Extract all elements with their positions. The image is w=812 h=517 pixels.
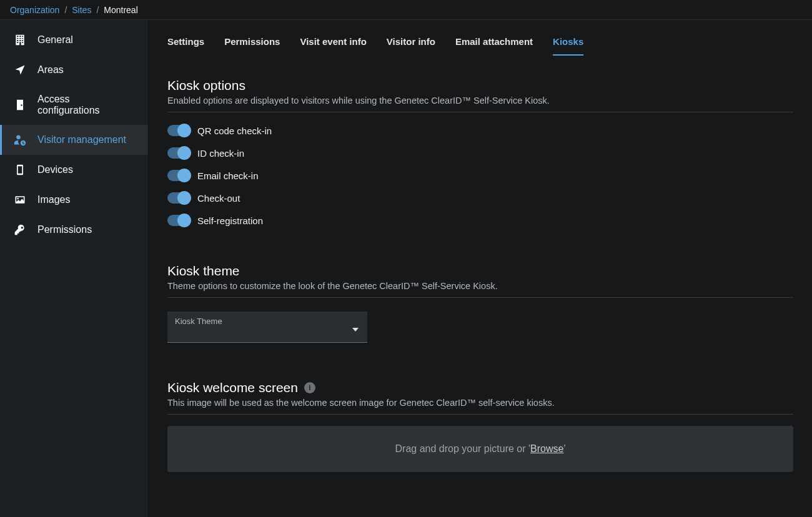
dropzone-text: Drag and drop your picture or ' — [395, 443, 531, 455]
toggle-self-registration[interactable] — [167, 215, 190, 226]
section-desc-kiosk-welcome: This image will be used as the welcome s… — [167, 398, 793, 415]
breadcrumb-sep: / — [64, 5, 67, 15]
building-icon — [14, 34, 26, 46]
section-kiosk-theme: Kiosk theme Theme options to customize t… — [167, 263, 793, 343]
device-icon — [14, 164, 26, 176]
select-label: Kiosk Theme — [175, 317, 360, 326]
toggle-row-qr-code: QR code check-in — [167, 125, 793, 136]
sidebar-item-label: Permissions — [37, 224, 92, 235]
toggle-label: Self-registration — [197, 215, 263, 226]
toggle-checkout[interactable] — [167, 192, 190, 204]
sidebar-item-label: Areas — [37, 64, 64, 76]
toggle-id-checkin[interactable] — [167, 147, 190, 159]
tab-kiosks[interactable]: Kiosks — [553, 30, 583, 56]
kiosk-theme-select[interactable]: Kiosk Theme — [167, 312, 367, 343]
breadcrumb-sites[interactable]: Sites — [72, 5, 91, 15]
tab-visit-event-info[interactable]: Visit event info — [300, 30, 366, 56]
welcome-image-dropzone[interactable]: Drag and drop your picture or 'Browse' — [167, 426, 793, 472]
toggle-list: QR code check-in ID check-in Email check… — [167, 125, 793, 226]
info-icon[interactable]: i — [304, 382, 315, 393]
toggle-label: Check-out — [197, 193, 240, 204]
section-title-kiosk-welcome: Kiosk welcome screen i — [167, 380, 793, 395]
tabs: Settings Permissions Visit event info Vi… — [167, 30, 793, 56]
sidebar-item-devices[interactable]: Devices — [0, 155, 148, 185]
toggle-email-checkin[interactable] — [167, 170, 190, 181]
sidebar-item-visitor-management[interactable]: Visitor management — [0, 125, 148, 155]
breadcrumb: Organization / Sites / Montreal — [0, 0, 812, 20]
toggle-label: Email check-in — [197, 170, 259, 181]
tab-permissions[interactable]: Permissions — [224, 30, 280, 56]
toggle-label: ID check-in — [197, 148, 244, 159]
section-desc-kiosk-theme: Theme options to customize the look of t… — [167, 281, 793, 298]
section-title-kiosk-options: Kiosk options — [167, 78, 793, 93]
breadcrumb-current: Montreal — [104, 5, 137, 15]
section-title-text: Kiosk welcome screen — [167, 380, 298, 395]
toggle-row-self-registration: Self-registration — [167, 215, 793, 226]
breadcrumb-organization[interactable]: Organization — [10, 5, 59, 15]
tab-visitor-info[interactable]: Visitor info — [387, 30, 435, 56]
toggle-qr-code-checkin[interactable] — [167, 125, 190, 136]
sidebar-item-general[interactable]: General — [0, 25, 148, 55]
images-icon — [14, 194, 26, 206]
section-kiosk-welcome: Kiosk welcome screen i This image will b… — [167, 380, 793, 472]
section-kiosk-options: Kiosk options Enabled options are displa… — [167, 78, 793, 226]
visitor-clock-icon — [14, 134, 26, 146]
toggle-row-email-checkin: Email check-in — [167, 170, 793, 181]
sidebar: General Areas Access configurations Visi… — [0, 20, 149, 517]
location-arrow-icon — [14, 64, 26, 76]
sidebar-item-label: General — [37, 34, 73, 46]
sidebar-item-label: Access configurations — [37, 94, 134, 116]
toggle-row-checkout: Check-out — [167, 192, 793, 204]
sidebar-item-images[interactable]: Images — [0, 185, 148, 215]
key-icon — [14, 224, 26, 236]
sidebar-item-label: Devices — [37, 164, 73, 175]
tab-email-attachment[interactable]: Email attachment — [455, 30, 533, 56]
sidebar-item-areas[interactable]: Areas — [0, 55, 148, 85]
section-desc-kiosk-options: Enabled options are displayed to visitor… — [167, 96, 793, 112]
door-icon — [14, 99, 26, 111]
dropzone-text-end: ' — [563, 443, 565, 455]
chevron-down-icon — [352, 328, 359, 332]
toggle-row-id-checkin: ID check-in — [167, 147, 793, 159]
sidebar-item-permissions[interactable]: Permissions — [0, 215, 148, 245]
toggle-label: QR code check-in — [197, 126, 272, 136]
sidebar-item-label: Visitor management — [37, 134, 126, 145]
sidebar-item-access-configurations[interactable]: Access configurations — [0, 85, 148, 125]
tab-settings[interactable]: Settings — [167, 30, 204, 56]
breadcrumb-sep: / — [96, 5, 99, 15]
main-content: Settings Permissions Visit event info Vi… — [149, 20, 812, 517]
browse-link[interactable]: Browse — [530, 443, 563, 455]
sidebar-item-label: Images — [37, 194, 70, 205]
section-title-kiosk-theme: Kiosk theme — [167, 263, 793, 278]
